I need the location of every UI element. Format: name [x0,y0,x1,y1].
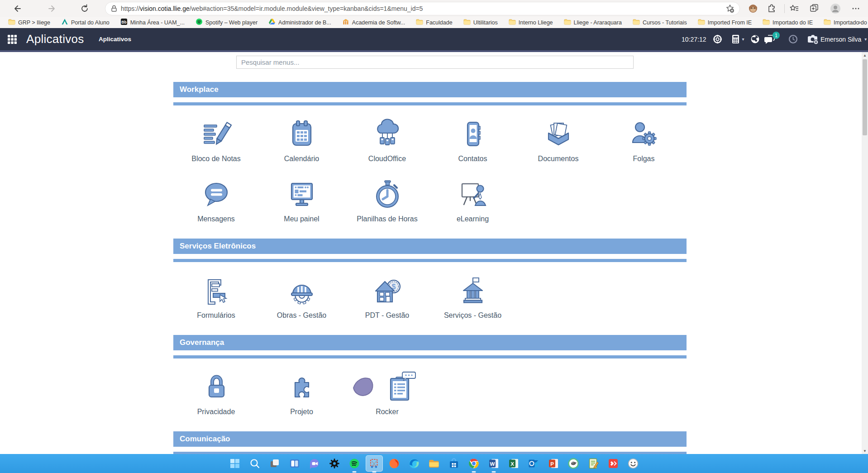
bank-icon [430,273,515,308]
app-tile-privacidade[interactable]: Privacidade [173,369,259,430]
add-favorite-icon[interactable] [725,4,735,14]
app-tile-pdt-gest-o[interactable]: $PDT - Gestão [344,273,430,333]
bookmark-administrador-de-b[interactable]: Administrador de B... [263,17,337,28]
favorites-icon[interactable] [787,2,801,15]
tampermonkey-extension-icon[interactable] [746,2,760,15]
bookmark-label: Importado do IE [773,19,813,26]
bookmark-cursos-tutoriais[interactable]: Cursos - Tutoriais [627,17,692,28]
user-avatar-camera-icon[interactable] [806,28,820,50]
taskbar-powerpoint-icon[interactable]: P [544,454,563,473]
support-lifebuoy-icon[interactable] [711,28,724,50]
toolbar-divider [784,4,785,13]
taskbar-store-icon[interactable] [444,454,464,473]
folder-icon [698,18,705,27]
browser-menu-icon[interactable] [849,2,863,15]
taskbar-spotify-icon[interactable] [344,454,364,473]
taskbar-emoji-icon[interactable] [623,454,643,473]
bookmark-grp-iliege[interactable]: GRP > Iliege [3,17,56,28]
lock-icon [111,5,117,12]
bookmark-ultilitarios[interactable]: Ultilitarios [458,17,503,28]
app-tile-mensagens[interactable]: Mensagens [173,177,259,237]
scrollbar-up-arrow[interactable]: ▲ [862,52,868,58]
calculator-caret[interactable]: ▾ [739,28,747,50]
folder-icon [416,18,423,27]
section-header-servi-os-eletr-nicos: Serviços Eletrônicos [173,239,687,254]
section-servi-os-eletr-nicos: Serviços EletrônicosFormuláriosObras - G… [173,239,687,333]
app-tile-planilhas-de-horas[interactable]: Planilhas de Horas [344,177,430,237]
taskbar-snipping-tool-icon[interactable] [364,454,384,473]
app-tile-folgas[interactable]: Folgas [601,116,687,177]
taskbar-outlook-icon[interactable] [524,454,544,473]
bookmark-spotify-web-player[interactable]: Spotify – Web player [190,17,263,28]
app-tile-projeto[interactable]: Projeto [259,369,344,430]
scrollbar-down-arrow[interactable]: ▼ [862,448,868,454]
apps-grid-icon[interactable] [5,28,19,50]
app-tile-formul-rios[interactable]: Formulários [173,273,259,333]
vertical-scrollbar[interactable]: ▲ ▼ [862,52,868,454]
taskbar-file-explorer-icon[interactable] [424,454,444,473]
app-tile-rocker[interactable]: Rocker [344,369,430,430]
bookmark-portal-do-aluno[interactable]: Portal do Aluno [56,17,115,28]
app-label: Bloco de Notas [173,155,259,163]
section-workplace: WorkplaceBloco de NotasCalendárioCloudOf… [173,82,687,237]
section-header-workplace: Workplace [173,82,687,97]
taskbar-excel-icon[interactable]: X [504,454,524,473]
app-tile-obras-gest-o[interactable]: Obras - Gestão [259,273,344,333]
back-button[interactable] [10,2,24,15]
bookmark-lliege-araraquara[interactable]: Lliege - Araraquara [558,17,627,28]
menu-item-aplicativos[interactable]: Aplicativos [99,28,131,50]
app-tile-cloudoffice[interactable]: CloudOffice [344,116,430,177]
running-indicator [372,471,377,473]
taskbar-word-icon[interactable]: W [484,454,504,473]
search-input[interactable] [236,56,634,69]
bookmark-imported-from-ie[interactable]: Imported From IE [692,17,757,28]
taskbar-edge-icon[interactable] [404,454,424,473]
activity-clock-icon[interactable] [786,28,800,50]
app-tile-calend-rio[interactable]: Calendário [259,116,344,177]
browser-profile-avatar[interactable] [829,2,842,15]
extensions-icon[interactable] [765,2,778,15]
collections-icon[interactable] [807,2,821,15]
address-bar[interactable]: https://vision.cotia.llie.ge/web#action=… [105,2,740,15]
bookmark-interno-lliege[interactable]: Interno Lliege [503,17,558,28]
taskbar-anydesk-icon[interactable] [603,454,623,473]
apps-grid: PrivacidadeProjetoRocker [173,369,687,430]
app-tile-elearning[interactable]: eLearning [430,177,515,237]
app-tile-documentos[interactable]: Documentos [515,116,601,177]
scrollbar-thumb[interactable] [863,59,867,135]
taskbar-start-icon[interactable] [225,454,245,473]
app-tile-contatos[interactable]: Contatos [430,116,515,177]
taskbar-chrome-icon[interactable] [464,454,484,473]
bookmark-academia-de-softw[interactable]: Academia de Softw... [337,17,410,28]
taskbar-search-icon[interactable] [245,454,265,473]
taskbar-firefox-icon[interactable] [384,454,404,473]
taskbar-task-view-icon[interactable] [265,454,285,473]
svg-text:Bb: Bb [121,20,126,24]
bookmark-faculdade[interactable]: Faculdade [410,17,458,28]
forward-button[interactable] [45,2,59,15]
app-tile-servi-os-gest-o[interactable]: Serviços - Gestão [430,273,515,333]
globe-icon[interactable] [748,28,762,50]
bookmark-importado-do-ie[interactable]: Importado do IE [757,17,818,28]
taskbar-settings-icon[interactable] [324,454,344,473]
bookmark-label: Imported From IE [708,19,752,26]
bookmark-minha-rea-uam[interactable]: BbMinha Área - UAM_... [115,17,190,28]
app-label: Mensagens [173,215,259,223]
user-caret: ▾ [864,37,867,42]
app-label: Meu painel [259,215,344,223]
refresh-button[interactable] [78,2,91,15]
app-label: Rocker [344,408,430,416]
messages-icon[interactable] [763,28,777,50]
taskbar-greenshot-icon[interactable] [563,454,583,473]
bookmarks-overflow-chevron[interactable]: › [858,18,861,26]
app-label: Formulários [173,311,259,320]
app-label: Documentos [515,155,601,163]
app-tile-meu-painel[interactable]: Meu painel [259,177,344,237]
taskbar-teams-chat-icon[interactable] [305,454,324,473]
user-menu[interactable]: Emerson Silva ▾ [820,28,867,50]
bookmarks-bar: GRP > IliegePortal do AlunoBbMinha Área … [0,17,868,28]
taskbar-widgets-icon[interactable] [285,454,305,473]
app-tile-bloco-de-notas[interactable]: Bloco de Notas [173,116,259,177]
app-label: Obras - Gestão [259,311,344,320]
taskbar-notepad-icon[interactable] [583,454,603,473]
